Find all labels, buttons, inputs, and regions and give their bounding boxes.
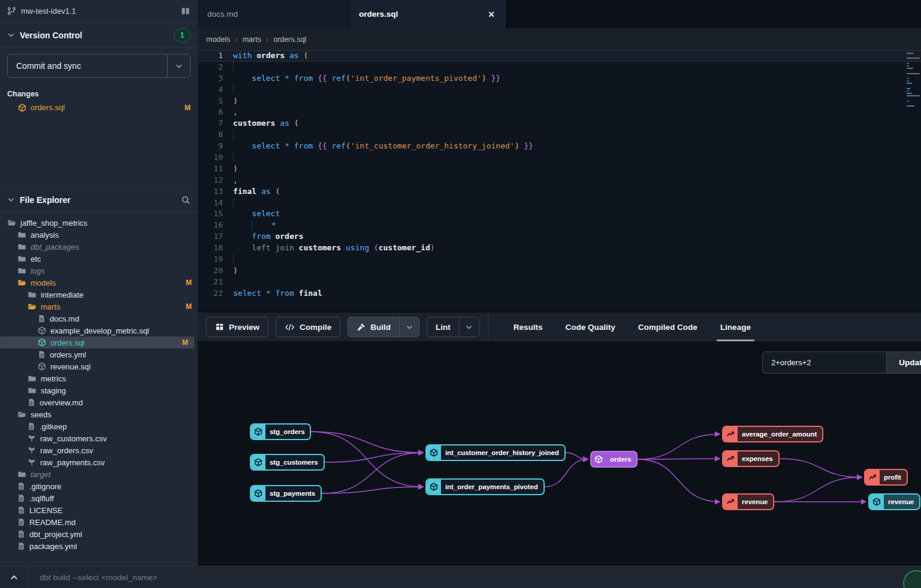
minimap-line [907,83,912,84]
tree-item-intermediate[interactable]: intermediate [0,289,198,301]
code-line-17: 17 from orders [198,231,921,243]
update-graph-button[interactable]: Update Graph [887,351,921,374]
panel-tab-lineage[interactable]: Lineage [720,313,751,341]
line-number: 10 [198,152,233,163]
breadcrumb-item[interactable]: orders.sql [273,35,306,44]
lineage-node-int_customer_order_history_joined[interactable]: int_customer_order_history_joined [425,444,566,461]
tree-item-label: LICENSE [29,506,63,515]
tree-item-logs[interactable]: logs [0,265,198,277]
lineage-node-revenue_metric[interactable]: revenue [722,493,774,510]
tree-item-.sqlfluff[interactable]: .sqlfluff [0,492,198,504]
line-number: 19 [198,254,233,265]
folder-icon [28,374,37,383]
tree-item-marts[interactable]: martsM [0,301,198,313]
tree-item-analysis[interactable]: analysis [0,229,198,241]
tree-item-docs.md[interactable]: docs.md [0,313,198,325]
modified-badge: M [186,302,192,311]
sidebar: mw-test-idev1.1 Version Control 1 Commit… [0,0,198,566]
panel-tab-results[interactable]: Results [514,313,543,341]
minimap[interactable] [907,53,920,108]
lineage-canvas: stg_ordersstg_customersstg_paymentsint_c… [198,341,921,566]
tree-item-README.md[interactable]: README.md [0,516,198,528]
tree-item-orders.sql[interactable]: orders.sqlM [0,337,194,348]
line-number: 14 [198,198,233,209]
compile-button[interactable]: Compile [276,317,340,337]
lineage-selector-input[interactable]: 2+orders+2 [762,351,887,374]
tree-item-models[interactable]: modelsM [0,277,198,289]
node-label: stg_orders [265,425,310,439]
chevron-down-icon [7,31,15,39]
tree-item-label: .gitkeep [40,422,67,431]
tree-item-example_develop_metric.sql[interactable]: example_develop_metric.sql [0,325,198,337]
lint-options-caret[interactable] [459,317,479,337]
tree-item-dbt_packages[interactable]: dbt_packages [0,241,198,253]
build-options-caret[interactable] [399,317,419,337]
search-icon[interactable] [181,195,191,205]
changed-file-label: orders.sql [31,103,65,112]
tree-item-overview.md[interactable]: overview.md [0,396,198,408]
close-tab-icon[interactable]: ✕ [488,10,495,19]
modified-badge: M [182,338,188,347]
commit-options-caret[interactable] [167,54,190,77]
editor-tab-orders.sql[interactable]: orders.sql✕ [349,0,505,28]
lineage-node-orders[interactable]: orders [590,451,638,468]
code-editor[interactable]: 1with orders as (23 select * from {{ ref… [198,50,921,308]
panel-tab-compiled-code[interactable]: Compiled Code [638,313,697,341]
lint-button[interactable]: Lint [427,317,479,337]
expand-command-panel-button[interactable] [0,566,29,588]
commit-and-sync-label: Commit and sync [8,54,167,77]
tree-item-raw_payments.csv[interactable]: raw_payments.csv [0,456,198,468]
lineage-node-average_order_amount[interactable]: average_order_amount [722,426,823,442]
tree-item-target[interactable]: target [0,468,198,480]
file-icon [17,482,25,490]
file-explorer-header[interactable]: File Explorer [0,187,198,213]
panel-toggle-icon[interactable] [180,7,191,16]
lineage-node-expenses[interactable]: expenses [722,450,780,467]
lineage-node-int_order_payments_pivoted[interactable]: int_order_payments_pivoted [425,478,545,495]
tree-item-etc[interactable]: etc [0,253,198,265]
preview-button[interactable]: Preview [206,317,268,337]
code-line-9: 9 select * from {{ ref('int_customer_ord… [198,141,921,152]
tree-item-revenue.sql[interactable]: revenue.sql [0,360,198,372]
tree-item-.gitignore[interactable]: .gitignore [0,480,198,492]
line-number: 9 [198,141,233,152]
tree-item-jaffle_shop_metrics[interactable]: jaffle_shop_metrics [0,217,198,229]
tree-item-.gitkeep[interactable]: .gitkeep [0,420,198,432]
file-explorer-title: File Explorer [20,195,71,205]
lineage-node-revenue_model[interactable]: revenue [868,493,920,510]
tree-item-label: etc [31,254,41,263]
tree-item-LICENSE[interactable]: LICENSE [0,504,198,516]
code-line-12: 12, [198,175,921,186]
button-label: Lint [436,323,451,332]
command-input[interactable]: dbt build --select <model_name> [29,573,921,582]
lineage-node-profit[interactable]: profit [864,469,908,486]
commit-and-sync-button[interactable]: Commit and sync [7,54,191,78]
tree-item-raw_orders.csv[interactable]: raw_orders.csv [0,444,198,456]
changed-file-orders.sql[interactable]: orders.sqlM [0,101,198,114]
lineage-node-stg_orders[interactable]: stg_orders [250,423,311,440]
panel-tab-code-quality[interactable]: Code Quality [566,313,615,341]
breadcrumb-item[interactable]: marts [243,35,261,44]
lineage-node-stg_customers[interactable]: stg_customers [250,454,325,471]
git-branch-icon [7,7,16,16]
tree-item-label: analysis [31,231,59,240]
tree-item-staging[interactable]: staging [0,384,198,396]
tree-item-metrics[interactable]: metrics [0,372,198,384]
version-control-header[interactable]: Version Control 1 [0,23,198,48]
code-line-13: 13final as ( [198,186,921,198]
tree-item-orders.yml[interactable]: orders.yml [0,348,198,360]
folder-icon [28,386,37,395]
model-cube-icon [869,495,884,509]
folder-open-icon [17,410,26,419]
editor-tab-docs.md[interactable]: docs.md [198,0,349,28]
editor-tabbar: docs.mdorders.sql✕ [198,0,921,28]
lineage-node-stg_payments[interactable]: stg_payments [250,485,322,502]
tree-item-raw_customers.csv[interactable]: raw_customers.csv [0,432,198,444]
build-button[interactable]: Build [348,317,419,337]
tree-item-label: target [31,470,50,479]
code-line-10: 10 [198,152,921,163]
tree-item-seeds[interactable]: seeds [0,408,198,420]
breadcrumb-item[interactable]: models [206,35,230,44]
tree-item-dbt_project.yml[interactable]: dbt_project.yml [0,528,198,540]
tree-item-packages.yml[interactable]: packages.yml [0,540,198,552]
